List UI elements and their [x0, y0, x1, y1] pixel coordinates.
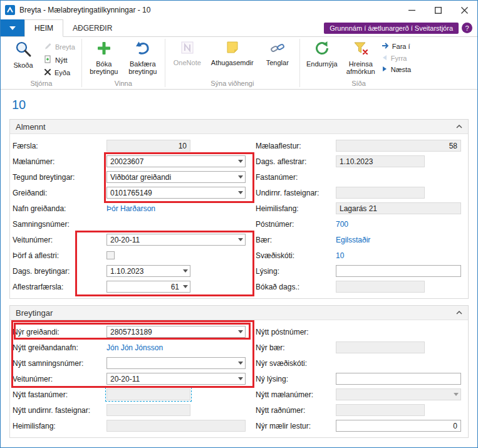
skoda-label: Skoða — [13, 61, 33, 70]
dags-breytingar-datepicker[interactable]: 1.10.2023 — [107, 265, 190, 277]
dropdown-icon[interactable] — [181, 281, 189, 292]
field-value: 58 — [449, 142, 457, 150]
aflestrarfaersla-lookup[interactable]: 61 — [107, 281, 190, 293]
field-row: Dags. breytingar: 1.10.2023 — [13, 263, 256, 279]
sida-nav-stack: Fara í Fyrra Næsta — [380, 39, 415, 75]
nytt-maelanumer-label: Nýtt mælanúmer: — [256, 390, 336, 399]
maximize-button[interactable] — [425, 1, 451, 19]
field-row: Nýtt undirnr. fasteignar: — [13, 402, 256, 418]
app-menu-button[interactable] — [1, 19, 24, 36]
baer-link[interactable]: Egilsstaðir — [336, 236, 370, 244]
hreinsa-label: Hreinsa afmörkun — [342, 60, 380, 76]
nyr-maelir-lestur-label: Nýr mælir lestur: — [256, 422, 336, 430]
field-value: 0 — [453, 422, 457, 430]
dropdown-icon[interactable] — [236, 326, 244, 337]
field-value: 20-20-11 — [110, 236, 140, 244]
goto-arrow-icon — [382, 42, 389, 51]
field-row: Greiðandi: 0101765149 — [13, 185, 256, 201]
field-row: Nýtt samningsnúmer: — [13, 355, 256, 371]
eyda-button[interactable]: Eyða — [43, 67, 79, 78]
tenglar-button[interactable]: Tenglar — [258, 39, 297, 68]
chevron-down-icon — [9, 26, 16, 30]
nyr-baer-field — [336, 341, 425, 353]
postnumer-link[interactable]: 700 — [336, 220, 348, 229]
field-row: Nýtt fastanúmer: — [13, 387, 256, 402]
dropdown-icon[interactable] — [236, 156, 244, 167]
nyr-greidandi-combobox[interactable]: 2805713189 — [107, 326, 246, 338]
boka-breytingu-button[interactable]: Bóka breytingu — [85, 39, 123, 77]
delete-x-icon — [44, 68, 51, 77]
ny-lysing-label: Ný lýsing: — [256, 375, 336, 383]
field-row: Undirnr. fasteignar: — [256, 185, 468, 201]
veitunumer-label: Veitunúmer: — [13, 236, 107, 244]
maelanumer-combobox[interactable]: 20023607 — [107, 155, 246, 167]
dropdown-icon[interactable] — [236, 187, 244, 198]
skoda-button[interactable]: Skoða — [4, 39, 43, 70]
athugasemdir-button[interactable]: Athugasemdir — [207, 39, 258, 68]
minimize-button[interactable] — [398, 1, 425, 19]
tegund-breytingar-combobox[interactable]: Viðbótar greiðandi — [107, 171, 246, 183]
section-header-almennt[interactable]: Almennt — [10, 120, 468, 134]
svaediskoti-label: Svæðiskóti: — [256, 251, 336, 260]
nyr-maelir-lestur-input[interactable]: 0 — [336, 420, 461, 432]
hreinsa-afmorkun-button[interactable]: Hreinsa afmörkun — [341, 39, 380, 77]
help-button[interactable]: ? — [462, 23, 472, 33]
window-title: Breyta - Mælabreytingatilkynningar - 10 — [19, 6, 150, 14]
nyr-svaediskoti-label: Nýr svæðiskóti: — [256, 359, 336, 368]
breyta-button: Breyta — [43, 41, 79, 53]
dropdown-icon[interactable] — [181, 266, 189, 276]
section-title: Breytingar — [16, 308, 53, 318]
postnumer-label: Póstnúmer: — [256, 220, 336, 229]
lysing-label: Lýsing: — [256, 267, 336, 276]
tab-heim[interactable]: HEIM — [24, 19, 63, 37]
fara-i-button[interactable]: Fara í — [380, 41, 415, 52]
onenote-button: OneNote — [168, 39, 207, 68]
dropdown-icon[interactable] — [236, 172, 244, 182]
field-row: Lýsing: — [256, 263, 468, 279]
fastanumer-label: Fastanúmer: — [256, 173, 336, 182]
veitunumer-combobox[interactable]: 20-20-11 — [107, 234, 246, 246]
nytt-undirnr-fasteignar-label: Nýtt undirnr. fasteignar: — [13, 406, 107, 415]
fara-label: Fara í — [392, 43, 410, 50]
endurnyja-button[interactable]: Endurnýja — [303, 39, 341, 69]
nytt-greidandanafn-link[interactable]: Jón Jón Jónsson — [107, 343, 163, 352]
thorf-a-aflestri-checkbox[interactable] — [107, 251, 115, 259]
dropdown-icon[interactable] — [236, 234, 244, 245]
window-controls — [398, 1, 477, 19]
nytt-radnumer-field — [336, 404, 425, 416]
field-row: Mælanúmer: 20023607 — [13, 154, 256, 169]
ny-lysing-input[interactable] — [336, 373, 461, 385]
dropdown-icon[interactable] — [236, 373, 244, 384]
field-row: Nýtt raðnúmer: — [256, 402, 468, 418]
veitunumer2-combobox[interactable]: 20-20-11 — [107, 373, 246, 385]
nyr-greidandi-label: Nýr greiðandi: — [13, 328, 107, 336]
lysing-input[interactable] — [336, 265, 461, 277]
undo-arrow-icon — [135, 40, 151, 58]
endurnyja-label: Endurnýja — [306, 60, 338, 68]
field-row: Aflestrarfærsla: 61 — [13, 279, 256, 294]
close-button[interactable] — [451, 1, 477, 19]
ribbon: Skoða Breyta Nýtt Eyða — [1, 37, 477, 90]
nytt-button[interactable]: Nýtt — [43, 54, 79, 66]
field-row: Nýtt póstnúmer: — [256, 324, 468, 340]
tegund-breytingar-label: Tegund breytingar: — [13, 173, 107, 182]
field-row: Dags. aflestrar: 1.10.2023 — [256, 154, 468, 169]
section-header-breytingar[interactable]: Breytingar — [10, 306, 468, 320]
field-value: 1.10.2023 — [110, 267, 143, 276]
greidandi-combobox[interactable]: 0101765149 — [107, 187, 246, 199]
chevron-up-icon — [456, 125, 462, 128]
nafn-greidanda-link[interactable]: Þór Harðarson — [107, 204, 155, 213]
tab-adgerdir[interactable]: AÐGERÐIR — [63, 19, 122, 36]
nytt-undirnr-fasteignar-field — [107, 404, 190, 416]
ribbon-group-sida: Endurnýja Hreinsa afmörkun Fara í Fy — [301, 37, 417, 89]
maelaaflestur-field: 58 — [336, 140, 461, 152]
field-row: Nafn greiðanda: Þór Harðarson — [13, 201, 256, 216]
nytt-samningsnumer-combobox[interactable] — [107, 357, 246, 369]
chevron-up-icon — [456, 311, 462, 315]
faersla-label: Færsla: — [13, 142, 107, 150]
bakfaera-breytingu-button[interactable]: Bakfæra breytingu — [123, 39, 162, 77]
field-row: Veitunúmer: 20-20-11 — [13, 232, 256, 247]
dropdown-icon[interactable] — [236, 358, 244, 368]
naesta-button[interactable]: Næsta — [380, 65, 415, 75]
svaediskoti-link[interactable]: 10 — [336, 251, 344, 260]
